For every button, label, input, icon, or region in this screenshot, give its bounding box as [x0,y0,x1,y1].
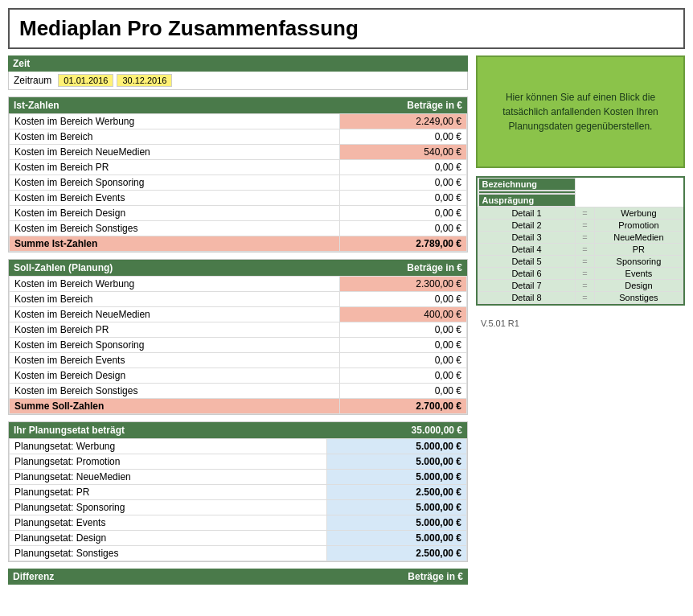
planungsetat-table: Planungsetat: Werbung 5.000,00 € Planung… [9,438,467,561]
table-row: Planungsetat: Werbung 5.000,00 € [10,439,467,454]
detail7-eq: = [576,280,595,292]
date-to[interactable]: 30.12.2016 [117,74,172,87]
soll-sum-label: Summe Soll-Zahlen [10,399,340,414]
details-col2-header: Ausprägung [478,194,576,207]
table-row: Kosten im Bereich Sponsoring 0,00 € [10,338,467,353]
date-from[interactable]: 01.01.2016 [58,74,113,87]
details-row: Detail 6 = Events [478,268,683,280]
ist-events-value: 0,00 € [340,191,467,206]
ist-neue-label: Kosten im Bereich NeueMedien [10,145,340,160]
ist-sponsoring-label: Kosten im Bereich Sponsoring [10,175,340,191]
ist-pr-value: 0,00 € [340,160,467,175]
detail5-value: Sponsoring [594,256,683,268]
soll-werbung-value: 2.300,00 € [340,277,467,292]
table-row: Kosten im Bereich Events 0,00 € [10,353,467,368]
soll-sum-value: 2.700,00 € [340,399,467,414]
plan-pr-label: Planungsetat: PR [10,485,327,500]
detail1-value: Werbung [594,207,683,220]
ist-werbung-value: 2.249,00 € [340,114,467,129]
plan-design-value: 5.000,00 € [326,531,466,546]
ist-sonstiges-value: 0,00 € [340,221,467,236]
details-col1-header: Bezeichnung [478,178,576,191]
detail7-value: Design [594,280,683,292]
table-row: Kosten im Bereich Sonstiges 0,00 € [10,221,467,236]
soll-pr-label: Kosten im Bereich PR [10,322,340,338]
detail1-name: Detail 1 [478,207,576,220]
planungsetat-header: Ihr Planungsetat beträgt 35.000,00 € [9,422,467,438]
soll-design-value: 0,00 € [340,368,467,384]
detail4-eq: = [576,244,595,256]
table-row: Kosten im Bereich Events 0,00 € [10,191,467,206]
soll-zahlen-table: Kosten im Bereich Werbung 2.300,00 € Kos… [9,276,467,414]
info-text: Hier können Sie auf einen Blick die tats… [487,90,674,133]
soll-sponsoring-label: Kosten im Bereich Sponsoring [10,338,340,353]
detail6-eq: = [576,268,595,280]
soll-events-label: Kosten im Bereich Events [10,353,340,368]
detail2-name: Detail 2 [478,220,576,232]
plan-neue-label: Planungsetat: NeueMedien [10,470,327,485]
table-row: Planungsetat: Sponsoring 5.000,00 € [10,500,467,515]
plan-sponsoring-label: Planungsetat: Sponsoring [10,500,327,515]
plan-sonstiges-value: 2.500,00 € [326,546,466,561]
details-row: Detail 4 = PR [478,244,683,256]
soll-design-label: Kosten im Bereich Design [10,368,340,384]
left-column: Zeit Zeitraum 01.01.2016 30.12.2016 Ist-… [8,55,468,585]
soll-sonstiges-value: 0,00 € [340,384,467,399]
soll-sponsoring-value: 0,00 € [340,338,467,353]
ist-werbung-label: Kosten im Bereich Werbung [10,114,340,129]
info-box: Hier können Sie auf einen Blick die tats… [476,55,685,168]
ist-row2-value: 0,00 € [340,129,467,145]
table-row: Kosten im Bereich 0,00 € [10,292,467,307]
soll-sonstiges-label: Kosten im Bereich Sonstiges [10,384,340,399]
plan-werbung-value: 5.000,00 € [326,439,466,454]
plan-promotion-label: Planungsetat: Promotion [10,454,327,470]
soll-zahlen-col-header: Beträge in € [407,262,462,273]
plan-sponsoring-value: 5.000,00 € [326,500,466,515]
details-table: Bezeichnung Ausprägung Detail 1 = Werbun… [478,178,683,304]
ist-events-label: Kosten im Bereich Events [10,191,340,206]
table-row: Kosten im Bereich PR 0,00 € [10,160,467,175]
details-row: Detail 7 = Design [478,280,683,292]
plan-events-label: Planungsetat: Events [10,515,327,531]
planungsetat-total: 35.000,00 € [412,425,462,436]
ist-zahlen-col-header: Beträge in € [407,100,462,111]
ist-zahlen-title: Ist-Zahlen [14,100,59,111]
detail5-eq: = [576,256,595,268]
detail6-value: Events [594,268,683,280]
ist-sum-value: 2.789,00 € [340,236,467,252]
planungsetat-section: Ihr Planungsetat beträgt 35.000,00 € Pla… [8,421,468,562]
details-header-row: Bezeichnung Ausprägung [478,178,683,207]
ist-pr-label: Kosten im Bereich PR [10,160,340,175]
detail5-name: Detail 5 [478,256,576,268]
soll-werbung-label: Kosten im Bereich Werbung [10,277,340,292]
table-row: Planungsetat: Promotion 5.000,00 € [10,454,467,470]
table-row: Planungsetat: NeueMedien 5.000,00 € [10,470,467,485]
table-row: Kosten im Bereich Sponsoring 0,00 € [10,175,467,191]
soll-sum-row: Summe Soll-Zahlen 2.700,00 € [10,399,467,414]
table-row: Kosten im Bereich 0,00 € [10,129,467,145]
detail6-name: Detail 6 [478,268,576,280]
page-title: Mediaplan Pro Zusammenfassung [8,8,685,49]
right-column: Hier können Sie auf einen Blick die tats… [476,55,685,585]
details-row: Detail 5 = Sponsoring [478,256,683,268]
table-row: Kosten im Bereich NeueMedien 400,00 € [10,307,467,322]
ist-neue-value: 540,00 € [340,145,467,160]
version-text: V.5.01 R1 [476,314,685,333]
soll-pr-value: 0,00 € [340,322,467,338]
soll-events-value: 0,00 € [340,353,467,368]
table-row: Planungsetat: Design 5.000,00 € [10,531,467,546]
differenz-col-header: Beträge in € [408,571,463,582]
plan-pr-value: 2.500,00 € [326,485,466,500]
soll-zahlen-header: Soll-Zahlen (Planung) Beträge in € [9,260,467,276]
plan-sonstiges-label: Planungsetat: Sonstiges [10,546,327,561]
ist-zahlen-section: Ist-Zahlen Beträge in € Kosten im Bereic… [8,97,468,253]
ist-sum-label: Summe Ist-Zahlen [10,236,340,252]
table-row: Planungsetat: Sonstiges 2.500,00 € [10,546,467,561]
ist-sonstiges-label: Kosten im Bereich Sonstiges [10,221,340,236]
soll-neue-label: Kosten im Bereich NeueMedien [10,307,340,322]
zeit-header: Zeit [8,55,468,72]
detail4-value: PR [594,244,683,256]
plan-werbung-label: Planungsetat: Werbung [10,439,327,454]
details-row: Detail 2 = Promotion [478,220,683,232]
differenz-header: Differenz Beträge in € [8,569,468,585]
